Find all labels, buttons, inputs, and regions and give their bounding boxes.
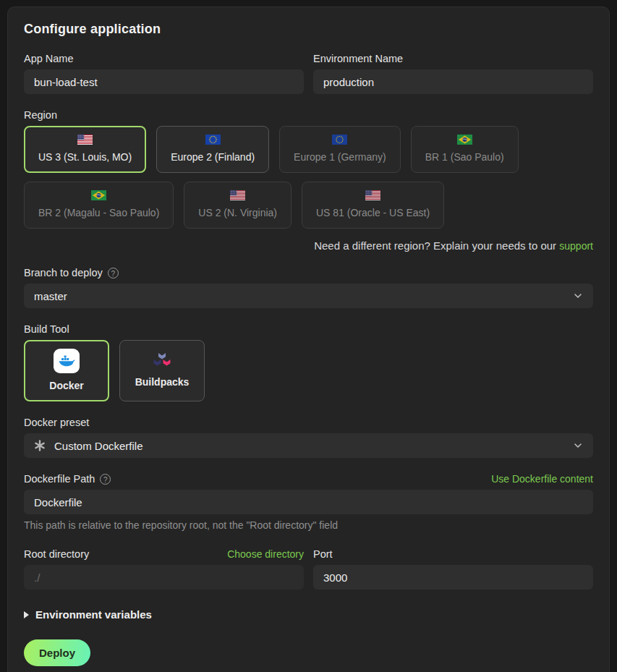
branch-label: Branch to deploy ? <box>24 267 119 278</box>
build-tool-options: DockerBuildpacks <box>24 340 593 401</box>
build-tool-label: Docker <box>49 380 83 391</box>
name-row: App Name bun-load-test Environment Name … <box>24 53 593 94</box>
deploy-button[interactable]: Deploy <box>24 639 90 666</box>
region-option-label: BR 2 (Magalu - Sao Paulo) <box>38 207 159 218</box>
region-section: Region US 3 (St. Louis, MO)Europe 2 (Fin… <box>24 109 593 252</box>
us-flag-icon <box>230 190 245 200</box>
environment-variables-label: Environment variables <box>35 608 152 621</box>
build-tool-section: Build Tool DockerBuildpacks <box>24 323 593 401</box>
build-tool-option-buildpacks[interactable]: Buildpacks <box>119 340 205 401</box>
eu-flag-icon <box>205 135 221 145</box>
root-directory-group: Root directory Choose directory ./ <box>24 548 304 590</box>
region-option: US 2 (N. Virginia) <box>184 182 292 229</box>
environment-name-input[interactable]: production <box>313 69 593 94</box>
root-directory-input[interactable]: ./ <box>24 565 304 590</box>
chevron-down-icon <box>573 441 583 451</box>
dockerfile-path-section: Dockerfile Path ? Use Dockerfile content… <box>24 473 593 531</box>
chevron-down-icon <box>573 291 583 301</box>
choose-directory-link[interactable]: Choose directory <box>227 548 304 560</box>
collapsed-triangle-icon <box>24 611 29 618</box>
root-directory-label: Root directory <box>24 548 89 560</box>
environment-name-group: Environment Name production <box>313 53 593 94</box>
region-label: Region <box>24 109 57 121</box>
docker-icon <box>54 349 80 373</box>
dockerfile-path-help-icon[interactable]: ? <box>100 474 111 485</box>
branch-select[interactable]: master <box>24 284 593 308</box>
branch-help-icon[interactable]: ? <box>108 268 119 278</box>
region-option-label: US 81 (Oracle - US East) <box>316 207 430 218</box>
build-tool-label: Buildpacks <box>135 376 190 388</box>
br-flag-icon <box>457 135 472 145</box>
region-option: BR 1 (Sao Paulo) <box>411 126 519 173</box>
page-background: Configure application App Name bun-load-… <box>0 0 617 672</box>
region-option[interactable]: US 3 (St. Louis, MO) <box>24 126 146 173</box>
configure-application-card: Configure application App Name bun-load-… <box>7 7 610 672</box>
port-label: Port <box>313 548 333 560</box>
dockerfile-path-help-text: This path is relative to the repository … <box>24 519 593 531</box>
us-flag-icon <box>365 190 380 200</box>
us-flag-icon <box>77 135 93 145</box>
region-option: BR 2 (Magalu - Sao Paulo) <box>24 182 174 229</box>
build-tool-option-docker[interactable]: Docker <box>24 340 109 401</box>
region-option: Europe 1 (Germany) <box>279 126 401 173</box>
region-option-label: US 3 (St. Louis, MO) <box>38 151 132 163</box>
asterisk-icon <box>34 440 46 451</box>
region-option[interactable]: Europe 2 (Finland) <box>156 126 269 173</box>
region-option-label: BR 1 (Sao Paulo) <box>425 151 504 163</box>
port-input[interactable]: 3000 <box>313 565 593 590</box>
docker-preset-label: Docker preset <box>24 417 89 428</box>
dockerfile-path-input[interactable]: Dockerfile <box>24 490 593 514</box>
docker-preset-section: Docker preset Custom Dockerfile <box>24 417 593 458</box>
region-note: Need a different region? Explain your ne… <box>24 239 593 252</box>
port-group: Port 3000 <box>313 548 593 590</box>
app-name-label: App Name <box>24 53 74 64</box>
buildpacks-icon <box>153 352 171 370</box>
root-port-row: Root directory Choose directory ./ Port … <box>24 548 593 590</box>
dockerfile-path-label: Dockerfile Path ? <box>24 473 111 485</box>
eu-flag-icon <box>332 135 347 145</box>
region-option-label: Europe 1 (Germany) <box>294 151 386 163</box>
app-name-input[interactable]: bun-load-test <box>24 69 304 94</box>
region-option-label: US 2 (N. Virginia) <box>198 207 277 218</box>
use-dockerfile-content-link[interactable]: Use Dockerfile content <box>491 473 593 485</box>
build-tool-label: Build Tool <box>24 323 69 335</box>
branch-section: Branch to deploy ? master <box>24 267 593 308</box>
page-title: Configure application <box>24 22 593 37</box>
docker-preset-select[interactable]: Custom Dockerfile <box>24 433 593 458</box>
region-option-label: Europe 2 (Finland) <box>171 151 255 163</box>
region-option: US 81 (Oracle - US East) <box>302 182 444 229</box>
support-link[interactable]: support <box>559 240 593 252</box>
app-name-group: App Name bun-load-test <box>24 53 304 94</box>
environment-name-label: Environment Name <box>313 53 403 64</box>
region-note-text: Need a different region? Explain your ne… <box>314 239 559 252</box>
br-flag-icon <box>91 190 106 200</box>
region-options: US 3 (St. Louis, MO)Europe 2 (Finland)Eu… <box>24 126 593 229</box>
environment-variables-toggle[interactable]: Environment variables <box>24 608 593 621</box>
